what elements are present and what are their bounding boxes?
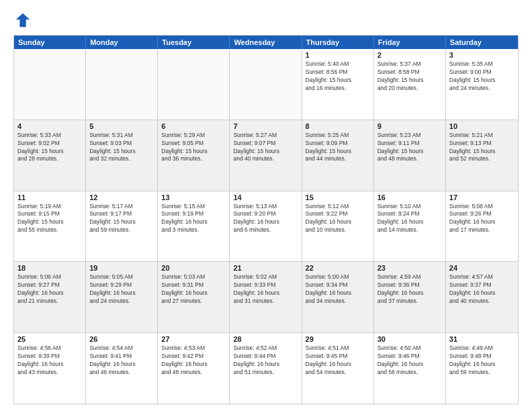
calendar-cell: 10Sunrise: 5:21 AMSunset: 9:13 PMDayligh… [446, 120, 518, 191]
day-info: Sunrise: 5:08 AMSunset: 9:26 PMDaylight:… [449, 203, 515, 235]
day-number: 26 [89, 335, 154, 343]
calendar-cell: 8Sunrise: 5:25 AMSunset: 9:09 PMDaylight… [302, 120, 374, 191]
day-info: Sunrise: 5:13 AMSunset: 9:20 PMDaylight:… [233, 203, 298, 235]
day-number: 9 [378, 122, 442, 130]
day-number: 29 [306, 335, 370, 343]
calendar-cell: 23Sunrise: 4:59 AMSunset: 9:36 PMDayligh… [374, 262, 446, 332]
day-info: Sunrise: 4:49 AMSunset: 9:48 PMDaylight:… [449, 345, 515, 377]
day-number: 31 [449, 335, 515, 343]
day-number: 5 [89, 122, 154, 130]
calendar-cell: 30Sunrise: 4:50 AMSunset: 9:46 PMDayligh… [374, 333, 446, 404]
day-number: 23 [378, 264, 442, 272]
day-info: Sunrise: 5:33 AMSunset: 9:02 PMDaylight:… [17, 132, 82, 164]
day-number: 27 [161, 335, 226, 343]
calendar-cell: 4Sunrise: 5:33 AMSunset: 9:02 PMDaylight… [14, 120, 86, 191]
calendar-cell: 26Sunrise: 4:54 AMSunset: 9:41 PMDayligh… [86, 333, 158, 404]
calendar-cell: 14Sunrise: 5:13 AMSunset: 9:20 PMDayligh… [230, 191, 302, 262]
calendar-cell: 25Sunrise: 4:56 AMSunset: 9:39 PMDayligh… [14, 333, 86, 404]
day-info: Sunrise: 4:59 AMSunset: 9:36 PMDaylight:… [378, 273, 442, 306]
calendar-cell: 28Sunrise: 4:52 AMSunset: 9:44 PMDayligh… [230, 333, 302, 404]
calendar-header: SundayMondayTuesdayWednesdayThursdayFrid… [14, 36, 518, 49]
weekday-header: Saturday [446, 36, 518, 49]
day-info: Sunrise: 4:50 AMSunset: 9:46 PMDaylight:… [378, 345, 442, 377]
calendar-row: 4Sunrise: 5:33 AMSunset: 9:02 PMDaylight… [14, 120, 518, 191]
day-number: 25 [17, 335, 82, 343]
day-info: Sunrise: 4:51 AMSunset: 9:45 PMDaylight:… [306, 345, 370, 377]
calendar-cell: 7Sunrise: 5:27 AMSunset: 9:07 PMDaylight… [230, 120, 302, 191]
calendar-cell: 15Sunrise: 5:12 AMSunset: 9:22 PMDayligh… [302, 191, 374, 262]
day-number: 22 [306, 264, 370, 272]
day-info: Sunrise: 5:21 AMSunset: 9:13 PMDaylight:… [449, 132, 515, 164]
calendar-cell: 18Sunrise: 5:06 AMSunset: 9:27 PMDayligh… [14, 262, 86, 332]
calendar-cell: 12Sunrise: 5:17 AMSunset: 9:17 PMDayligh… [86, 191, 158, 262]
day-number: 19 [89, 264, 154, 272]
day-number: 28 [233, 335, 298, 343]
page-header [13, 11, 519, 30]
day-info: Sunrise: 4:54 AMSunset: 9:41 PMDaylight:… [89, 345, 154, 377]
calendar-cell: 9Sunrise: 5:23 AMSunset: 9:11 PMDaylight… [374, 120, 446, 191]
day-info: Sunrise: 5:35 AMSunset: 9:00 PMDaylight:… [449, 60, 515, 93]
day-info: Sunrise: 4:57 AMSunset: 9:37 PMDaylight:… [449, 273, 515, 306]
calendar: SundayMondayTuesdayWednesdayThursdayFrid… [13, 35, 519, 404]
day-number: 15 [306, 193, 370, 201]
day-number: 8 [306, 122, 370, 130]
logo [13, 11, 35, 30]
day-number: 12 [89, 193, 154, 201]
day-info: Sunrise: 5:06 AMSunset: 9:27 PMDaylight:… [17, 273, 82, 306]
logo-icon [13, 11, 32, 30]
day-number: 1 [306, 51, 370, 59]
calendar-cell: 21Sunrise: 5:02 AMSunset: 9:33 PMDayligh… [230, 262, 302, 332]
weekday-header: Thursday [302, 36, 374, 49]
day-info: Sunrise: 4:52 AMSunset: 9:44 PMDaylight:… [233, 345, 298, 377]
calendar-cell: 13Sunrise: 5:15 AMSunset: 9:19 PMDayligh… [158, 191, 230, 262]
day-info: Sunrise: 5:27 AMSunset: 9:07 PMDaylight:… [233, 132, 298, 164]
calendar-row: 18Sunrise: 5:06 AMSunset: 9:27 PMDayligh… [14, 261, 518, 332]
day-info: Sunrise: 5:40 AMSunset: 8:56 PMDaylight:… [306, 60, 370, 93]
day-info: Sunrise: 5:23 AMSunset: 9:11 PMDaylight:… [378, 132, 442, 164]
day-info: Sunrise: 5:31 AMSunset: 9:03 PMDaylight:… [89, 132, 154, 164]
day-number: 11 [17, 193, 82, 201]
weekday-header: Wednesday [230, 36, 302, 49]
weekday-header: Tuesday [158, 36, 230, 49]
day-info: Sunrise: 5:03 AMSunset: 9:31 PMDaylight:… [161, 273, 226, 306]
day-number: 17 [449, 193, 515, 201]
calendar-cell: 16Sunrise: 5:10 AMSunset: 9:24 PMDayligh… [374, 191, 446, 262]
day-info: Sunrise: 5:37 AMSunset: 8:58 PMDaylight:… [378, 60, 442, 93]
day-number: 20 [161, 264, 226, 272]
calendar-cell: 20Sunrise: 5:03 AMSunset: 9:31 PMDayligh… [158, 262, 230, 332]
weekday-header: Sunday [14, 36, 86, 49]
day-info: Sunrise: 5:29 AMSunset: 9:05 PMDaylight:… [161, 132, 226, 164]
calendar-cell [86, 49, 158, 120]
day-number: 2 [378, 51, 442, 59]
calendar-cell: 1Sunrise: 5:40 AMSunset: 8:56 PMDaylight… [302, 49, 374, 120]
calendar-cell: 5Sunrise: 5:31 AMSunset: 9:03 PMDaylight… [86, 120, 158, 191]
day-info: Sunrise: 5:00 AMSunset: 9:34 PMDaylight:… [306, 273, 370, 306]
day-number: 6 [161, 122, 226, 130]
day-number: 4 [17, 122, 82, 130]
day-info: Sunrise: 5:10 AMSunset: 9:24 PMDaylight:… [378, 203, 442, 235]
day-info: Sunrise: 5:17 AMSunset: 9:17 PMDaylight:… [89, 203, 154, 235]
day-number: 24 [449, 264, 515, 272]
day-number: 13 [161, 193, 226, 201]
calendar-cell [158, 49, 230, 120]
calendar-row: 25Sunrise: 4:56 AMSunset: 9:39 PMDayligh… [14, 332, 518, 404]
calendar-cell: 2Sunrise: 5:37 AMSunset: 8:58 PMDaylight… [374, 49, 446, 120]
calendar-cell [14, 49, 86, 120]
day-info: Sunrise: 5:15 AMSunset: 9:19 PMDaylight:… [161, 203, 226, 235]
calendar-row: 11Sunrise: 5:19 AMSunset: 9:15 PMDayligh… [14, 191, 518, 262]
day-number: 21 [233, 264, 298, 272]
day-info: Sunrise: 4:56 AMSunset: 9:39 PMDaylight:… [17, 345, 82, 377]
day-number: 16 [378, 193, 442, 201]
calendar-cell: 27Sunrise: 4:53 AMSunset: 9:42 PMDayligh… [158, 333, 230, 404]
calendar-cell: 6Sunrise: 5:29 AMSunset: 9:05 PMDaylight… [158, 120, 230, 191]
calendar-cell: 3Sunrise: 5:35 AMSunset: 9:00 PMDaylight… [446, 49, 518, 120]
day-info: Sunrise: 5:25 AMSunset: 9:09 PMDaylight:… [306, 132, 370, 164]
day-number: 10 [449, 122, 515, 130]
svg-marker-0 [16, 13, 30, 28]
calendar-cell: 17Sunrise: 5:08 AMSunset: 9:26 PMDayligh… [446, 191, 518, 262]
day-number: 30 [378, 335, 442, 343]
day-info: Sunrise: 4:53 AMSunset: 9:42 PMDaylight:… [161, 345, 226, 377]
calendar-row: 1Sunrise: 5:40 AMSunset: 8:56 PMDaylight… [14, 49, 518, 120]
weekday-header: Friday [374, 36, 446, 49]
calendar-cell: 31Sunrise: 4:49 AMSunset: 9:48 PMDayligh… [446, 333, 518, 404]
